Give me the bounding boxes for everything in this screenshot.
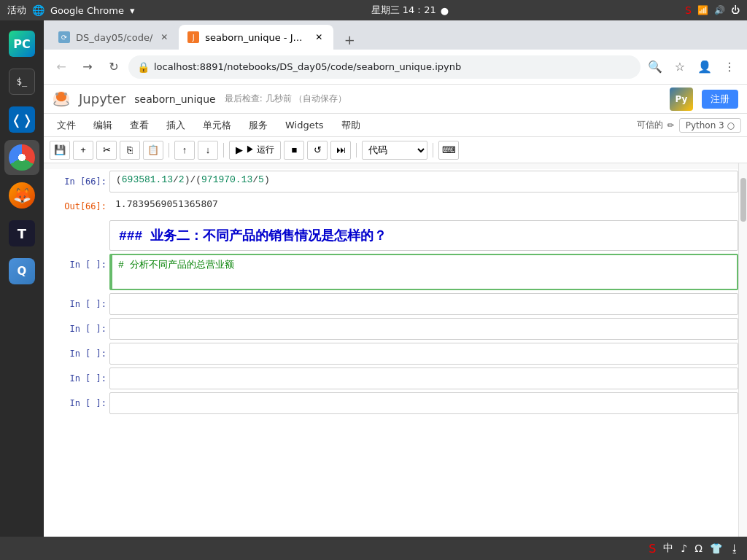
cell-in-66: In [66]: (693581.13/2)/(971970.13/5) bbox=[44, 169, 747, 194]
sougou-icon: S bbox=[685, 4, 692, 16]
back-button[interactable]: ← bbox=[50, 55, 73, 79]
cut-btn[interactable]: ✂ bbox=[96, 141, 117, 160]
menu-cell[interactable]: 单元格 bbox=[196, 116, 239, 135]
system-bar-left: 活动 🌐 Google Chrome ▾ bbox=[7, 4, 135, 17]
search-icon[interactable]: 🔍 bbox=[643, 55, 667, 79]
menu-edit[interactable]: 编辑 bbox=[86, 116, 120, 135]
new-tab-button[interactable]: + bbox=[339, 29, 360, 50]
cell-body-empty4 bbox=[109, 368, 738, 389]
system-bar-right: S 📶 🔊 ⏻ bbox=[685, 4, 740, 16]
copy-btn[interactable]: ⎘ bbox=[120, 141, 140, 160]
lock-icon: 🔒 bbox=[137, 61, 150, 73]
svg-point-1 bbox=[55, 93, 58, 96]
save-status: 最后检查: 几秒前 （自动保存） bbox=[225, 93, 347, 105]
run-button[interactable]: ▶ ▶ 运行 bbox=[229, 141, 281, 160]
menu-kernel[interactable]: 服务 bbox=[241, 116, 275, 135]
system-bar-center: 星期三 14：21 ● bbox=[371, 4, 449, 17]
menu-icon[interactable]: ⋮ bbox=[718, 55, 741, 79]
system-tray-bar: S 中 ♪ Ω 👕 ⭳ bbox=[0, 537, 747, 560]
code-cell-empty3[interactable] bbox=[109, 343, 738, 365]
download-icon[interactable]: ⭳ bbox=[729, 542, 740, 554]
cell-body-active: # 分析不同产品的总营业额 bbox=[109, 254, 738, 290]
cell-type-select[interactable]: 代码 Markdown 原始文本 bbox=[362, 141, 427, 160]
code-slash2: / bbox=[252, 174, 258, 185]
menu-widgets[interactable]: Widgets bbox=[278, 117, 331, 133]
tab-close-seaborn[interactable]: ✕ bbox=[313, 31, 325, 43]
save-btn[interactable]: 💾 bbox=[50, 141, 70, 160]
interrupt-btn[interactable]: ■ bbox=[284, 141, 304, 160]
url-bar[interactable]: 🔒 localhost:8891/notebooks/DS_day05/code… bbox=[128, 55, 640, 79]
notebook-content[interactable]: In [66]: (693581.13/2)/(971970.13/5) Out… bbox=[44, 163, 747, 560]
dock-item-terminal[interactable]: $_ bbox=[4, 64, 39, 99]
restart-btn[interactable]: ↺ bbox=[307, 141, 328, 160]
tab-ds-day05[interactable]: ⟳ DS_day05/code/ ✕ bbox=[50, 25, 179, 50]
cell-empty-5: In [ ]: bbox=[44, 391, 747, 416]
menu-view[interactable]: 查看 bbox=[123, 116, 156, 135]
keyboard-btn[interactable]: ⌨ bbox=[438, 141, 459, 160]
system-time: 星期三 14：21 bbox=[371, 4, 436, 17]
music-icon[interactable]: ♪ bbox=[681, 542, 687, 554]
forward-button[interactable]: → bbox=[76, 55, 99, 79]
notebook-name[interactable]: seaborn_unique bbox=[134, 93, 215, 105]
prompt-in-empty5: In [ ]: bbox=[44, 392, 109, 414]
tab-close-ds[interactable]: ✕ bbox=[158, 31, 170, 43]
profile-icon[interactable]: 👤 bbox=[693, 55, 716, 79]
markdown-cell-business2[interactable]: ### 业务二：不同产品的销售情况是怎样的？ bbox=[109, 220, 738, 251]
code-num3: 971970.13 bbox=[201, 174, 252, 185]
chrome-menu-arrow[interactable]: ▾ bbox=[130, 5, 135, 16]
dock-item-qv[interactable]: Q bbox=[4, 254, 39, 289]
dock-item-chrome[interactable] bbox=[4, 140, 39, 175]
jupyter-menu-bar: 文件 编辑 查看 插入 单元格 服务 Widgets 帮助 可信的 ✏ Pyth… bbox=[44, 114, 747, 137]
tab-seaborn[interactable]: J seaborn_unique - Jupyte... ✕ bbox=[179, 25, 333, 50]
move-down-btn[interactable]: ↓ bbox=[198, 141, 218, 160]
restart-run-btn[interactable]: ⏭ bbox=[330, 141, 351, 160]
code-comment-hash: # 分析不同产品的总营业额 bbox=[118, 260, 234, 271]
power-icon[interactable]: ⏻ bbox=[731, 5, 740, 15]
register-button[interactable]: 注册 bbox=[702, 90, 738, 109]
code-close-paren2: ) bbox=[264, 174, 270, 185]
move-up-btn[interactable]: ↑ bbox=[174, 141, 195, 160]
special-chars-icon[interactable]: Ω bbox=[694, 542, 703, 554]
cell-empty-4: In [ ]: bbox=[44, 366, 747, 391]
dock-item-vscode[interactable]: ❬❭ bbox=[4, 102, 39, 137]
cell-body-empty2 bbox=[109, 318, 738, 340]
cell-body-empty3 bbox=[109, 343, 738, 365]
vertical-scrollbar-track[interactable] bbox=[738, 163, 747, 560]
tshirt-icon[interactable]: 👕 bbox=[710, 542, 722, 554]
reload-button[interactable]: ↻ bbox=[102, 55, 125, 79]
toolbar-sep-3 bbox=[356, 143, 357, 158]
cell-body-in-66: (693581.13/2)/(971970.13/5) bbox=[109, 171, 738, 192]
trusted-label: 可信的 bbox=[637, 119, 663, 131]
menu-file[interactable]: 文件 bbox=[50, 116, 83, 135]
code-cell-in-66[interactable]: (693581.13/2)/(971970.13/5) bbox=[109, 171, 738, 192]
dock-item-typora[interactable]: T bbox=[4, 216, 39, 251]
dock-item-pycharm[interactable]: PC bbox=[4, 26, 39, 61]
run-label: ▶ 运行 bbox=[246, 144, 274, 156]
code-cell-empty2[interactable] bbox=[109, 318, 738, 340]
ime-icon[interactable]: 中 bbox=[663, 542, 673, 555]
activities-label[interactable]: 活动 bbox=[7, 4, 26, 17]
dock-item-firefox[interactable]: 🦊 bbox=[4, 178, 39, 213]
tab-bar: ⟳ DS_day05/code/ ✕ J seaborn_unique - Ju… bbox=[44, 20, 747, 50]
kernel-status: 可信的 ✏ Python 3 ○ bbox=[637, 118, 741, 133]
code-cell-empty1[interactable] bbox=[109, 293, 738, 315]
edit-icon[interactable]: ✏ bbox=[667, 120, 675, 131]
python-logo: Py bbox=[670, 88, 693, 111]
add-cell-btn[interactable]: + bbox=[73, 141, 93, 160]
code-close-paren: )/( bbox=[185, 174, 201, 185]
bookmark-icon[interactable]: ☆ bbox=[668, 55, 692, 79]
code-num2: 2 bbox=[179, 174, 185, 185]
cell-active: In [ ]: # 分析不同产品的总营业额 bbox=[44, 252, 747, 292]
menu-insert[interactable]: 插入 bbox=[159, 116, 193, 135]
vertical-scrollbar-thumb[interactable] bbox=[740, 178, 746, 222]
volume-icon: 🔊 bbox=[714, 5, 725, 15]
jupyter-logo-svg bbox=[53, 90, 70, 108]
menu-help[interactable]: 帮助 bbox=[334, 116, 368, 135]
code-cell-active[interactable]: # 分析不同产品的总营业额 bbox=[109, 254, 738, 290]
prompt-in-66: In [66]: bbox=[44, 171, 109, 192]
cell-markdown-business2: ### 业务二：不同产品的销售情况是怎样的？ bbox=[44, 219, 747, 252]
sougou-tray-icon[interactable]: S bbox=[649, 542, 656, 556]
paste-btn[interactable]: 📋 bbox=[143, 141, 163, 160]
code-cell-empty5[interactable] bbox=[109, 392, 738, 414]
code-cell-empty4[interactable] bbox=[109, 368, 738, 389]
